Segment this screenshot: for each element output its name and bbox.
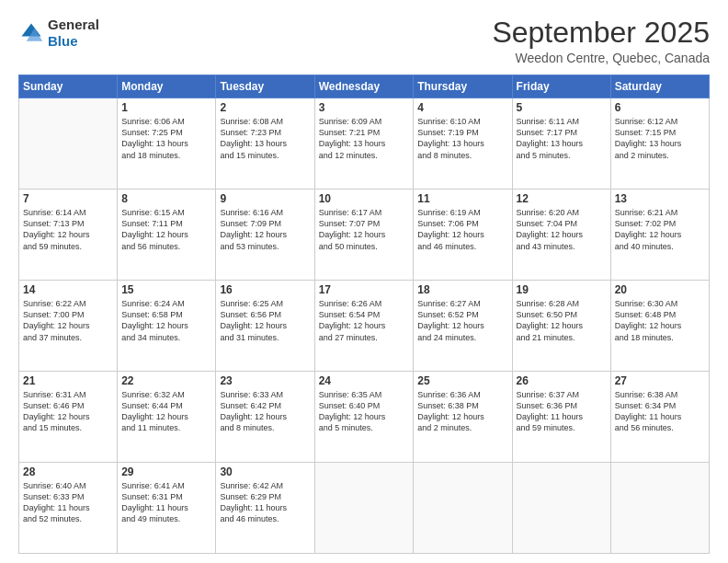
calendar-cell: 29Sunrise: 6:41 AMSunset: 6:31 PMDayligh… [118, 463, 216, 554]
day-number: 6 [615, 101, 705, 114]
calendar-cell: 19Sunrise: 6:28 AMSunset: 6:50 PMDayligh… [512, 281, 610, 372]
cell-content: Sunrise: 6:36 AMSunset: 6:38 PMDaylight:… [417, 389, 507, 434]
cell-content: Sunrise: 6:10 AMSunset: 7:19 PMDaylight:… [417, 116, 507, 161]
calendar-cell [314, 463, 414, 554]
title-block: September 2025 Weedon Centre, Quebec, Ca… [492, 17, 710, 65]
cell-content: Sunrise: 6:42 AMSunset: 6:29 PMDaylight:… [220, 480, 310, 525]
calendar-table: SundayMondayTuesdayWednesdayThursdayFrid… [18, 75, 710, 554]
calendar-cell [19, 98, 118, 190]
calendar-cell [610, 463, 709, 554]
header: General Blue September 2025 Weedon Centr… [18, 17, 710, 65]
cell-content: Sunrise: 6:28 AMSunset: 6:50 PMDaylight:… [517, 298, 607, 343]
day-number: 27 [615, 374, 705, 387]
cell-content: Sunrise: 6:30 AMSunset: 6:48 PMDaylight:… [615, 298, 705, 343]
weekday-header-row: SundayMondayTuesdayWednesdayThursdayFrid… [19, 75, 710, 98]
day-number: 30 [220, 465, 310, 478]
day-number: 9 [220, 192, 310, 205]
day-number: 20 [615, 283, 705, 296]
calendar-cell: 28Sunrise: 6:40 AMSunset: 6:33 PMDayligh… [19, 463, 118, 554]
cell-content: Sunrise: 6:21 AMSunset: 7:02 PMDaylight:… [615, 207, 705, 252]
cell-content: Sunrise: 6:19 AMSunset: 7:06 PMDaylight:… [417, 207, 507, 252]
day-number: 24 [319, 374, 410, 387]
calendar-cell: 16Sunrise: 6:25 AMSunset: 6:56 PMDayligh… [216, 281, 314, 372]
cell-content: Sunrise: 6:14 AMSunset: 7:13 PMDaylight:… [23, 207, 113, 252]
day-number: 17 [319, 283, 410, 296]
calendar-cell: 6Sunrise: 6:12 AMSunset: 7:15 PMDaylight… [610, 98, 709, 190]
calendar-cell: 21Sunrise: 6:31 AMSunset: 6:46 PMDayligh… [19, 372, 118, 463]
calendar-cell: 22Sunrise: 6:32 AMSunset: 6:44 PMDayligh… [118, 372, 216, 463]
day-number: 21 [23, 374, 113, 387]
calendar-cell: 12Sunrise: 6:20 AMSunset: 7:04 PMDayligh… [512, 190, 610, 281]
day-number: 14 [23, 283, 113, 296]
weekday-header-friday: Friday [512, 75, 610, 98]
calendar-cell [414, 463, 512, 554]
calendar-cell: 23Sunrise: 6:33 AMSunset: 6:42 PMDayligh… [216, 372, 314, 463]
calendar-week-row: 28Sunrise: 6:40 AMSunset: 6:33 PMDayligh… [19, 463, 710, 554]
logo: General Blue [18, 17, 99, 50]
calendar-cell: 1Sunrise: 6:06 AMSunset: 7:25 PMDaylight… [118, 98, 216, 190]
cell-content: Sunrise: 6:08 AMSunset: 7:23 PMDaylight:… [220, 116, 310, 161]
calendar-cell: 7Sunrise: 6:14 AMSunset: 7:13 PMDaylight… [19, 190, 118, 281]
calendar-cell [512, 463, 610, 554]
cell-content: Sunrise: 6:37 AMSunset: 6:36 PMDaylight:… [517, 389, 607, 434]
day-number: 15 [121, 283, 211, 296]
calendar-cell: 26Sunrise: 6:37 AMSunset: 6:36 PMDayligh… [512, 372, 610, 463]
cell-content: Sunrise: 6:06 AMSunset: 7:25 PMDaylight:… [121, 116, 211, 161]
calendar-cell: 11Sunrise: 6:19 AMSunset: 7:06 PMDayligh… [414, 190, 512, 281]
calendar-cell: 10Sunrise: 6:17 AMSunset: 7:07 PMDayligh… [314, 190, 414, 281]
day-number: 2 [220, 101, 310, 114]
weekday-header-monday: Monday [118, 75, 216, 98]
main-title: September 2025 [492, 17, 710, 49]
logo-line2: Blue [48, 33, 99, 50]
weekday-header-saturday: Saturday [610, 75, 709, 98]
day-number: 19 [517, 283, 607, 296]
day-number: 26 [517, 374, 607, 387]
day-number: 5 [517, 101, 607, 114]
day-number: 16 [220, 283, 310, 296]
cell-content: Sunrise: 6:31 AMSunset: 6:46 PMDaylight:… [23, 389, 113, 434]
cell-content: Sunrise: 6:41 AMSunset: 6:31 PMDaylight:… [121, 480, 211, 525]
cell-content: Sunrise: 6:38 AMSunset: 6:34 PMDaylight:… [615, 389, 705, 434]
day-number: 22 [121, 374, 211, 387]
cell-content: Sunrise: 6:40 AMSunset: 6:33 PMDaylight:… [23, 480, 113, 525]
cell-content: Sunrise: 6:09 AMSunset: 7:21 PMDaylight:… [319, 116, 410, 161]
cell-content: Sunrise: 6:25 AMSunset: 6:56 PMDaylight:… [220, 298, 310, 343]
cell-content: Sunrise: 6:20 AMSunset: 7:04 PMDaylight:… [517, 207, 607, 252]
calendar-week-row: 14Sunrise: 6:22 AMSunset: 7:00 PMDayligh… [19, 281, 710, 372]
calendar-cell: 27Sunrise: 6:38 AMSunset: 6:34 PMDayligh… [610, 372, 709, 463]
cell-content: Sunrise: 6:33 AMSunset: 6:42 PMDaylight:… [220, 389, 310, 434]
calendar-cell: 25Sunrise: 6:36 AMSunset: 6:38 PMDayligh… [414, 372, 512, 463]
day-number: 7 [23, 192, 113, 205]
day-number: 25 [417, 374, 507, 387]
calendar-cell: 18Sunrise: 6:27 AMSunset: 6:52 PMDayligh… [414, 281, 512, 372]
calendar-cell: 4Sunrise: 6:10 AMSunset: 7:19 PMDaylight… [414, 98, 512, 190]
calendar-cell: 30Sunrise: 6:42 AMSunset: 6:29 PMDayligh… [216, 463, 314, 554]
day-number: 4 [417, 101, 507, 114]
day-number: 13 [615, 192, 705, 205]
calendar-cell: 2Sunrise: 6:08 AMSunset: 7:23 PMDaylight… [216, 98, 314, 190]
weekday-header-sunday: Sunday [19, 75, 118, 98]
cell-content: Sunrise: 6:22 AMSunset: 7:00 PMDaylight:… [23, 298, 113, 343]
weekday-header-thursday: Thursday [414, 75, 512, 98]
day-number: 18 [417, 283, 507, 296]
day-number: 12 [517, 192, 607, 205]
calendar-cell: 24Sunrise: 6:35 AMSunset: 6:40 PMDayligh… [314, 372, 414, 463]
calendar-cell: 15Sunrise: 6:24 AMSunset: 6:58 PMDayligh… [118, 281, 216, 372]
calendar-week-row: 1Sunrise: 6:06 AMSunset: 7:25 PMDaylight… [19, 98, 710, 190]
calendar-week-row: 21Sunrise: 6:31 AMSunset: 6:46 PMDayligh… [19, 372, 710, 463]
calendar-cell: 13Sunrise: 6:21 AMSunset: 7:02 PMDayligh… [610, 190, 709, 281]
subtitle: Weedon Centre, Quebec, Canada [492, 51, 710, 65]
day-number: 1 [121, 101, 211, 114]
day-number: 10 [319, 192, 410, 205]
weekday-header-tuesday: Tuesday [216, 75, 314, 98]
day-number: 3 [319, 101, 410, 114]
cell-content: Sunrise: 6:12 AMSunset: 7:15 PMDaylight:… [615, 116, 705, 161]
calendar-cell: 3Sunrise: 6:09 AMSunset: 7:21 PMDaylight… [314, 98, 414, 190]
calendar-cell: 14Sunrise: 6:22 AMSunset: 7:00 PMDayligh… [19, 281, 118, 372]
cell-content: Sunrise: 6:11 AMSunset: 7:17 PMDaylight:… [517, 116, 607, 161]
logo-line1: General [48, 17, 99, 33]
day-number: 8 [121, 192, 211, 205]
cell-content: Sunrise: 6:16 AMSunset: 7:09 PMDaylight:… [220, 207, 310, 252]
cell-content: Sunrise: 6:24 AMSunset: 6:58 PMDaylight:… [121, 298, 211, 343]
day-number: 29 [121, 465, 211, 478]
